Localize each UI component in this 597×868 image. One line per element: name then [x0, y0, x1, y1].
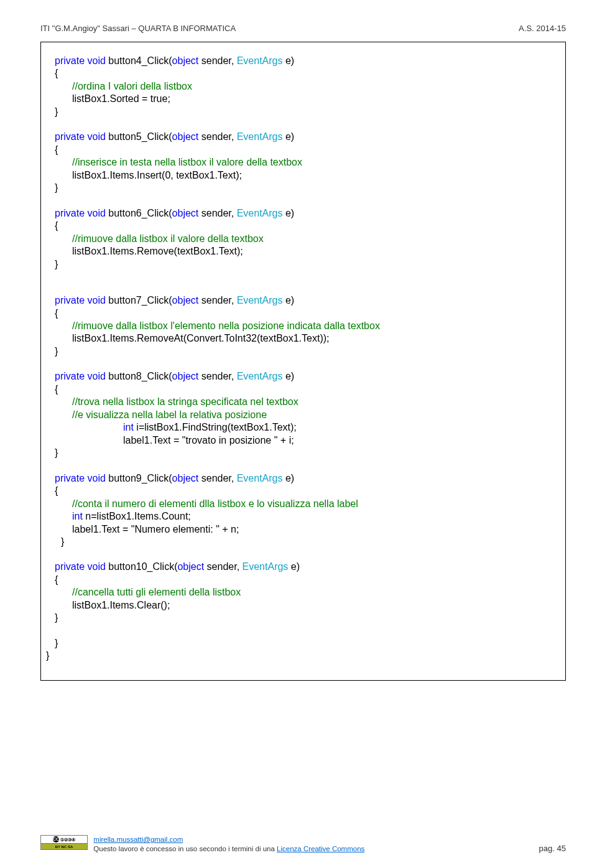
type: EventArgs	[243, 561, 289, 572]
cc-license-icon: CC①②③④ BY NC SA	[40, 835, 88, 850]
brace: {	[55, 220, 552, 232]
type: EventArgs	[237, 473, 283, 483]
comment: //cancella tutti gli elementi della list…	[72, 587, 241, 597]
keyword: private	[55, 473, 85, 483]
footer-text: mirella.mussatti@gmail.com Questo lavoro…	[93, 835, 364, 853]
comment: //inserisce in testa nella listbox il va…	[72, 157, 302, 167]
closing-braces: } }	[46, 637, 552, 663]
brace: }	[55, 637, 552, 650]
footer-license-text: Questo lavoro è concesso in uso secondo …	[93, 845, 277, 852]
brace: }	[55, 345, 552, 358]
text: e)	[282, 55, 294, 66]
method-button9: private void button9_Click(object sender…	[55, 472, 552, 549]
text: sender,	[198, 208, 236, 218]
page-header: ITI "G.M.Angioy" Sassari – QUARTA B INFO…	[40, 24, 566, 33]
keyword: object	[172, 131, 199, 142]
code-line: listBox1.Items.Remove(textBox1.Text);	[72, 246, 243, 256]
method-name: button4_Click(	[108, 55, 172, 66]
text: e)	[288, 561, 300, 572]
code-line: listBox1.Sorted = true;	[72, 93, 170, 104]
text: e)	[282, 131, 294, 142]
keyword: void	[87, 55, 105, 66]
text: sender,	[198, 371, 236, 381]
method-name: button6_Click(	[108, 208, 172, 218]
text: e)	[282, 208, 294, 218]
method-button4: private void button4_Click(object sender…	[55, 55, 552, 118]
text: sender,	[204, 561, 242, 572]
keyword: private	[55, 371, 85, 381]
comment: //rimuove dalla listbox il valore della …	[72, 233, 264, 244]
comment: //trova nella listbox la stringa specifi…	[72, 396, 298, 407]
brace: {	[55, 383, 552, 396]
brace: }	[55, 447, 552, 459]
keyword: private	[55, 295, 85, 306]
method-name: button8_Click(	[108, 371, 172, 381]
keyword: private	[55, 131, 85, 142]
comment: //rimuove dalla listbox l'elemento nella…	[72, 320, 380, 331]
keyword: private	[55, 561, 85, 572]
code-line: listBox1.Items.Insert(0, textBox1.Text);	[72, 170, 242, 180]
page-num: 45	[557, 844, 566, 853]
text: sender,	[198, 131, 236, 142]
method-name: button10_Click(	[108, 561, 177, 572]
text: e)	[282, 295, 294, 306]
brace: }	[55, 106, 552, 118]
method-button8: private void button8_Click(object sender…	[55, 370, 552, 459]
brace: {	[55, 144, 552, 156]
keyword: private	[55, 208, 85, 218]
header-right: A.S. 2014-15	[519, 24, 566, 33]
type: EventArgs	[237, 371, 283, 381]
method-button7: private void button7_Click(object sender…	[55, 294, 552, 358]
keyword: void	[87, 371, 105, 381]
brace: {	[55, 67, 552, 80]
page: ITI "G.M.Angioy" Sassari – QUARTA B INFO…	[0, 0, 597, 868]
type: EventArgs	[237, 55, 283, 66]
method-name: button7_Click(	[108, 295, 172, 306]
text: e)	[282, 371, 294, 381]
brace: }	[55, 612, 552, 624]
page-footer: CC①②③④ BY NC SA mirella.mussatti@gmail.c…	[40, 835, 566, 853]
keyword: int	[72, 511, 83, 521]
keyword: object	[172, 473, 199, 483]
brace: }	[55, 258, 552, 271]
keyword: object	[172, 371, 199, 381]
keyword: void	[87, 208, 105, 218]
keyword: object	[172, 208, 199, 218]
code-line: i=listBox1.FindString(textBox1.Text);	[134, 422, 297, 432]
method-button10: private void button10_Click(object sende…	[55, 561, 552, 624]
code-line: label1.Text = "trovato in posizione " + …	[123, 435, 294, 446]
keyword: object	[172, 295, 199, 306]
method-name: button5_Click(	[108, 131, 172, 142]
brace: }	[55, 182, 552, 194]
page-label: pag.	[539, 844, 557, 853]
comment: //conta il numero di elementi dlla listb…	[72, 498, 358, 509]
code-line: listBox1.Items.RemoveAt(Convert.ToInt32(…	[72, 333, 329, 343]
footer-license-link[interactable]: Licenza Creative Commons	[277, 845, 364, 852]
keyword: object	[172, 55, 199, 66]
code-line: n=listBox1.Items.Count;	[83, 511, 191, 521]
header-left: ITI "G.M.Angioy" Sassari – QUARTA B INFO…	[40, 24, 236, 33]
type: EventArgs	[237, 295, 283, 306]
text: sender,	[198, 295, 236, 306]
code-line: listBox1.Items.Clear();	[72, 600, 170, 610]
keyword: void	[87, 295, 105, 306]
keyword: void	[87, 131, 105, 142]
text: sender,	[198, 473, 236, 483]
method-name: button9_Click(	[108, 473, 172, 483]
keyword: private	[55, 55, 85, 66]
type: EventArgs	[237, 131, 283, 142]
footer-email[interactable]: mirella.mussatti@gmail.com	[93, 836, 183, 843]
page-number: pag. 45	[539, 844, 566, 853]
keyword: void	[87, 561, 105, 572]
text: sender,	[198, 55, 236, 66]
brace: {	[55, 307, 552, 320]
keyword: object	[177, 561, 204, 572]
code-block: private void button4_Click(object sender…	[40, 42, 566, 681]
keyword: void	[87, 473, 105, 483]
text: e)	[282, 473, 294, 483]
type: EventArgs	[237, 208, 283, 218]
method-button5: private void button5_Click(object sender…	[55, 131, 552, 194]
code-line: label1.Text = "Numero elementi: " + n;	[72, 524, 239, 534]
brace: }	[46, 650, 552, 662]
comment: //e visualizza nella label la relativa p…	[72, 409, 267, 420]
